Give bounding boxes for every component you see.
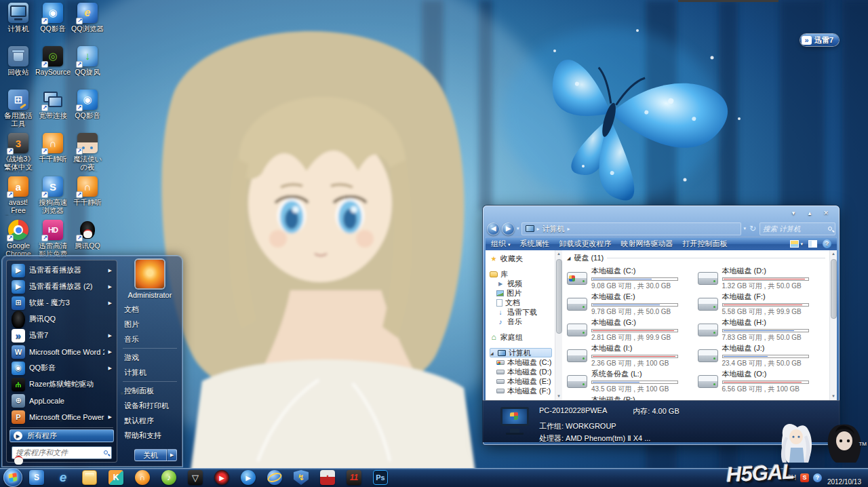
explorer-titlebar[interactable]: ▾ ▴ ✕ [486, 206, 837, 220]
hard-disk-group-header[interactable]: ◢ 硬盘 (11) [567, 253, 828, 263]
nav-drive-e[interactable]: 本地磁盘 (E:) [490, 376, 555, 386]
nav-library-pictures[interactable]: 图片 [490, 288, 555, 298]
nav-drive-d[interactable]: 本地磁盘 (D:) [490, 367, 555, 376]
drive-item-p[interactable]: 本地磁盘 (P:) [567, 394, 698, 400]
desktop-icon-activation-tool[interactable]: 备用激活工具 [1, 90, 35, 133]
taskbar-blue-globe-browser-icon[interactable] [267, 470, 282, 485]
nav-drive-c[interactable]: 本地磁盘 (C:) [490, 357, 555, 367]
refresh-icon[interactable]: ↻ [748, 224, 757, 233]
startmenu-link-default-programs[interactable]: 默认程序 [123, 413, 177, 428]
address-field[interactable]: ▸ 计算机 ▸ [521, 222, 742, 235]
scroll-down-icon[interactable]: ▼ [557, 393, 561, 400]
start-search-input[interactable] [16, 448, 104, 456]
forward-button[interactable]: ▶ [502, 222, 515, 235]
startmenu-link-games[interactable]: 游戏 [123, 350, 177, 365]
startmenu-link-control-panel[interactable]: 控制面板 [123, 383, 177, 398]
preview-pane-button[interactable] [808, 240, 817, 248]
drive-item-e[interactable]: 本地磁盘 (E:)9.78 GB 可用 , 共 50.0 GB [567, 291, 698, 317]
navigation-scrollbar[interactable]: ▲ ▼ [555, 250, 562, 400]
desktop-icon-mahoyo[interactable]: 魔法使いの夜_nodvd - 快... [71, 133, 104, 176]
maximize-button[interactable]: ▴ [802, 208, 818, 218]
desktop-icon-sogou-browser[interactable]: 搜狗高速浏览器 [36, 176, 70, 220]
taskbar-kuwo-k-icon[interactable] [108, 470, 123, 485]
taskbar-music-note-icon[interactable] [161, 470, 176, 485]
tree-expander-icon[interactable]: ◢ [490, 351, 495, 355]
drive-item-o[interactable]: 本地磁盘 (O:)6.56 GB 可用 , 共 100 GB [698, 368, 829, 394]
startmenu-link-help-support[interactable]: 帮助和支持 [123, 428, 177, 443]
program-xunlei-kankan[interactable]: 迅雷看看播放器▶ [9, 262, 115, 279]
nav-library-music[interactable]: 音乐 [490, 317, 555, 326]
group-collapse-icon[interactable]: ◢ [567, 256, 570, 261]
program-xunlei7[interactable]: 迅雷7▶ [9, 328, 115, 344]
desktop-icon-qq-browser[interactable]: QQ浏览器 [71, 3, 104, 46]
taskbar-blue-media-player-icon[interactable] [241, 470, 256, 485]
scrollbar-thumb[interactable] [831, 259, 837, 319]
nav-computer[interactable]: ◢计算机 [490, 348, 552, 357]
taskbar-red-media-player-icon[interactable] [214, 470, 229, 485]
drive-item-g[interactable]: 本地磁盘 (G:)2.81 GB 可用 , 共 99.9 GB [567, 317, 698, 343]
nav-libraries[interactable]: 库 [490, 269, 555, 279]
drive-item-d[interactable]: 本地磁盘 (D:)1.32 GB 可用 , 共 50.0 GB [698, 265, 829, 291]
nav-favorites[interactable]: 收藏夹 [490, 254, 555, 263]
scroll-down-icon[interactable]: ▼ [831, 393, 835, 400]
taskbar-sogou-browser-icon[interactable] [29, 470, 44, 485]
startmenu-link-computer[interactable]: 计算机 [123, 365, 177, 380]
desktop-icon-recycle-bin[interactable]: 回收站 [1, 46, 35, 90]
content-scrollbar[interactable]: ▲ ▼ [829, 250, 837, 400]
shutdown-options-arrow[interactable]: ▶ [167, 449, 177, 461]
program-tencent-qq[interactable]: 腾讯QQ [9, 311, 115, 328]
organize-menu[interactable]: 组织 ▾ [491, 239, 511, 249]
explorer-search-box[interactable] [760, 222, 835, 235]
desktop-icon-qq-player[interactable]: QQ影音 [36, 3, 70, 46]
help-tray-icon[interactable]: ? [813, 473, 822, 482]
sogou-input-icon[interactable]: S [800, 473, 809, 482]
xunlei7-widget[interactable]: » 迅雷7 [800, 34, 839, 46]
program-word-2007[interactable]: Microsoft Office Word 2007▶ [9, 344, 115, 360]
program-applocale[interactable]: AppLocale [9, 393, 115, 409]
close-button[interactable]: ✕ [818, 208, 834, 218]
user-avatar[interactable] [136, 260, 164, 288]
drive-item-c[interactable]: 本地磁盘 (C:)9.08 GB 可用 , 共 30.0 GB [567, 265, 698, 291]
desktop-icon-qq-player-2[interactable]: QQ影音 [71, 90, 104, 133]
explorer-search-input[interactable] [763, 225, 828, 233]
help-button[interactable]: ? [823, 239, 831, 248]
nav-library-xunlei-download[interactable]: 迅雷下载 [490, 307, 555, 317]
uninstall-program-button[interactable]: 卸载或更改程序 [559, 239, 612, 249]
taskbar-ttplayer-icon[interactable] [135, 470, 150, 485]
breadcrumb[interactable]: 计算机 [542, 224, 565, 234]
breadcrumb-separator[interactable]: ▸ [568, 226, 570, 232]
startmenu-link-pictures[interactable]: 图片 [123, 317, 177, 332]
startmenu-link-devices-printers[interactable]: 设备和打印机 [123, 398, 177, 413]
nav-library-videos[interactable]: 视频 [490, 279, 555, 288]
desktop-icon-broadband[interactable]: 宽带连接 [36, 90, 70, 133]
program-powerpoint-2007[interactable]: Microsoft Office PowerPoint 2007▶ [9, 409, 115, 425]
map-network-drive-button[interactable]: 映射网络驱动器 [621, 239, 673, 249]
scroll-up-icon[interactable]: ▲ [831, 250, 835, 258]
taskbar-security-shield-icon[interactable] [294, 470, 309, 485]
scrollbar-thumb[interactable] [556, 259, 562, 334]
nav-library-documents[interactable]: 文档 [490, 298, 555, 307]
system-properties-button[interactable]: 系统属性 [520, 239, 550, 249]
startmenu-link-music[interactable]: 音乐 [123, 332, 177, 347]
desktop-icon-battlefield3[interactable]: 《战地3》繁体中文硬盘... [1, 133, 35, 176]
drive-item-h[interactable]: 本地磁盘 (H:)7.83 GB 可用 , 共 50.0 GB [698, 317, 829, 343]
taskbar-explorer-folder-icon[interactable] [82, 470, 97, 485]
drive-item-f[interactable]: 本地磁盘 (F:)5.58 GB 可用 , 共 99.9 GB [698, 291, 829, 317]
user-name[interactable]: Administrator [123, 291, 177, 302]
drive-item-j[interactable]: 本地磁盘 (J:)23.4 GB 可用 , 共 50.0 GB [698, 343, 829, 368]
nav-drive-f[interactable]: 本地磁盘 (F:) [490, 386, 555, 395]
history-dropdown-icon[interactable]: ▾ [517, 226, 519, 231]
taskbar-foobar2000-icon[interactable] [188, 470, 203, 485]
shutdown-button[interactable]: 关机 [134, 449, 167, 461]
desktop-icon-avast[interactable]: avast! Free Antivirus [1, 176, 35, 220]
desktop-icon-qq-xuanfeng[interactable]: QQ旋风 [71, 46, 104, 90]
address-dropdown-icon[interactable]: ▾ [743, 226, 746, 231]
all-programs-button[interactable]: ▶所有程序 [9, 429, 114, 442]
nav-homegroup[interactable]: 家庭组 [490, 332, 555, 342]
program-qq-player[interactable]: QQ影音▶ [9, 360, 115, 376]
scroll-up-icon[interactable]: ▲ [557, 250, 561, 258]
desktop-icon-ttplayer[interactable]: 千千静听 [36, 133, 70, 176]
taskbar-game-icon[interactable] [320, 470, 335, 485]
program-mofang3[interactable]: 软媒 - 魔方3▶ [9, 295, 115, 311]
program-xunlei-kankan-2[interactable]: 迅雷看看播放器 (2)▶ [9, 279, 115, 295]
